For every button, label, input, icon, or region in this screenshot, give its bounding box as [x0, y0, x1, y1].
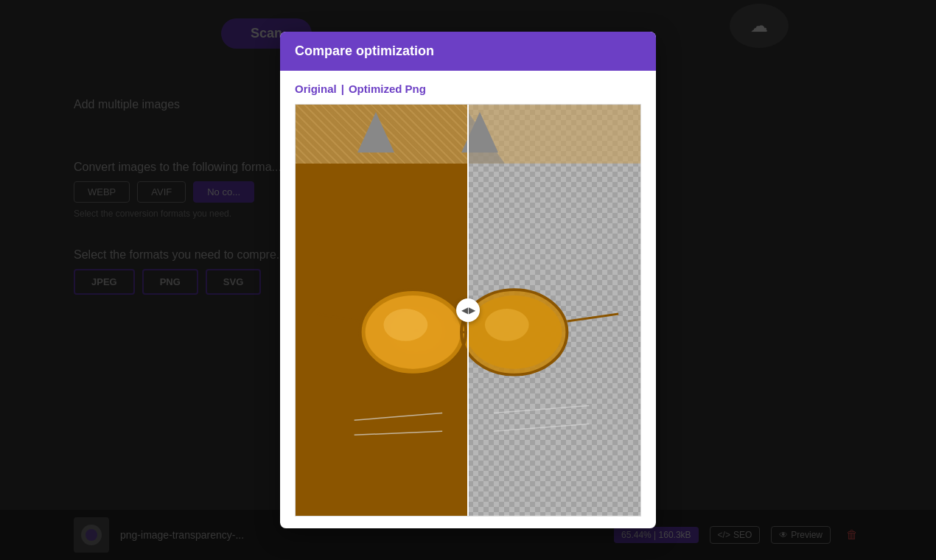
modal-header: Compare optimization [280, 32, 656, 71]
modal-overlay[interactable]: Compare optimization Original | Optimize… [0, 0, 936, 560]
tab-optimized[interactable]: Optimized Png [349, 83, 426, 95]
divider-arrows: ◀ ▶ [461, 305, 475, 315]
image-compare-container[interactable]: ◀ ▶ [295, 104, 641, 517]
tab-original[interactable]: Original [295, 83, 337, 95]
tab-divider: | [341, 83, 344, 95]
arrow-left-icon: ◀ [461, 305, 468, 315]
modal-tabs: Original | Optimized Png [295, 83, 641, 95]
compare-modal: Compare optimization Original | Optimize… [280, 32, 656, 528]
modal-body: Original | Optimized Png [280, 71, 656, 528]
optimized-image [468, 105, 640, 516]
checkerboard [468, 105, 640, 516]
cat-ear-left [357, 112, 394, 153]
arrow-right-icon: ▶ [469, 305, 475, 315]
compare-divider-handle[interactable]: ◀ ▶ [456, 298, 480, 322]
modal-title: Compare optimization [295, 43, 434, 58]
